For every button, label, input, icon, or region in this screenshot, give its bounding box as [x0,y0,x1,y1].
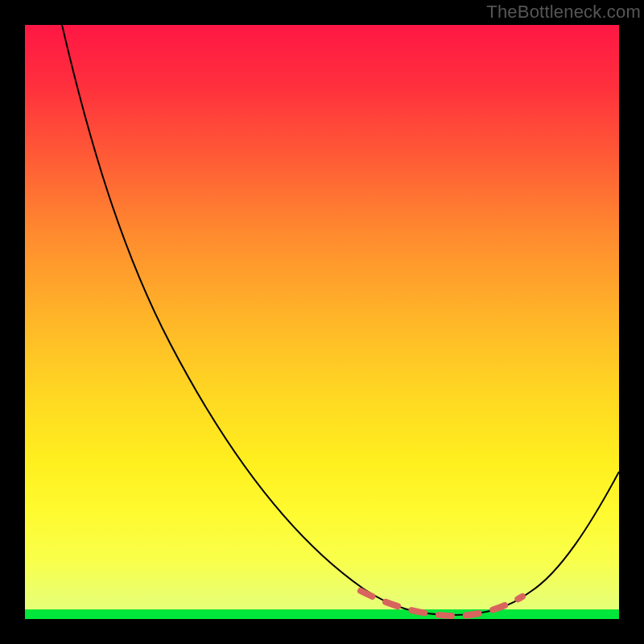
plot-area [25,25,619,619]
heat-gradient [25,25,619,619]
chart-svg [25,25,619,619]
chart-container: TheBottleneck.com [0,0,644,644]
green-band [25,609,619,619]
watermark-text: TheBottleneck.com [486,2,641,23]
